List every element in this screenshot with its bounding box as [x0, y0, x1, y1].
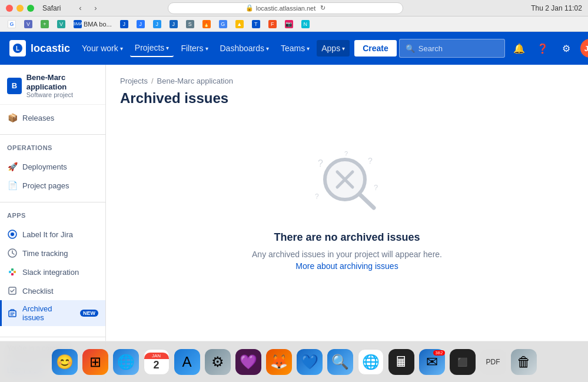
- help-btn[interactable]: ❓: [533, 39, 552, 58]
- dock-firefox[interactable]: 🦊: [266, 349, 292, 375]
- nav-dashboards[interactable]: Dashboards ▾: [215, 40, 274, 57]
- nav-projects[interactable]: Projects ▾: [130, 39, 174, 57]
- dock-appstore[interactable]: A: [174, 349, 200, 375]
- sidebar-main-section: 📦 Releases: [0, 105, 105, 131]
- slack-icon: [7, 267, 18, 277]
- mac-maximize-btn[interactable]: [27, 5, 34, 12]
- mac-forward-btn[interactable]: ›: [89, 2, 102, 15]
- slack-label: Slack integration: [22, 268, 79, 277]
- dock-zoom[interactable]: 🔍: [327, 349, 353, 375]
- dock-safari[interactable]: 🌐: [113, 349, 139, 375]
- apps-chevron: ▾: [342, 45, 345, 52]
- search-bar[interactable]: 🔍 Search: [399, 39, 505, 58]
- dock-launchpad[interactable]: ⊞: [82, 349, 108, 375]
- bookmark-figma[interactable]: F: [265, 19, 280, 29]
- dock: 😊 ⊞ 🌐 JAN 2 A ⚙ 💜 🦊 💙 🔍 🌐 🖩 ✉ 382 ⬛: [0, 341, 588, 382]
- nav-teams[interactable]: Teams ▾: [276, 40, 314, 57]
- dock-pdf[interactable]: PDF: [480, 349, 506, 375]
- logo-text: locastic: [31, 42, 70, 55]
- bookmark-google[interactable]: G: [5, 19, 19, 29]
- mac-close-btn[interactable]: [6, 5, 13, 12]
- bookmark-v1[interactable]: V: [21, 19, 35, 29]
- svg-text:?: ?: [315, 192, 319, 201]
- sidebar-item-checklist[interactable]: Checklist: [0, 281, 105, 300]
- bookmark-jira1[interactable]: J: [117, 19, 131, 29]
- dock-calendar[interactable]: JAN 2: [144, 349, 170, 375]
- checklist-label: Checklist: [22, 287, 54, 295]
- app-logo[interactable]: L locastic: [9, 40, 70, 57]
- create-button[interactable]: Create: [354, 40, 397, 57]
- bookmark-fire[interactable]: 🔥: [200, 19, 214, 29]
- svg-rect-7: [9, 271, 11, 273]
- time-tracking-label: Time tracking: [22, 249, 68, 258]
- sidebar-item-archived-issues[interactable]: Archived issues NEW: [0, 300, 105, 326]
- dock-chrome[interactable]: 🌐: [358, 349, 384, 375]
- archived-issues-label: Archived issues: [22, 304, 73, 322]
- sidebar-item-deployments[interactable]: 🚀 Deployments: [0, 157, 105, 176]
- project-info: Bene-Marc application Software project: [26, 73, 98, 98]
- your-work-chevron: ▾: [120, 45, 123, 52]
- bookmark-trello[interactable]: T: [249, 19, 263, 29]
- sidebar-item-releases[interactable]: 📦 Releases: [0, 108, 105, 127]
- sidebar-apps-section: Label It for Jira Time tracking Slack in…: [0, 221, 105, 330]
- dock-calculator[interactable]: 🖩: [388, 349, 414, 375]
- apps-section-title: Apps: [0, 206, 105, 221]
- bookmark-jira3[interactable]: J: [150, 19, 164, 29]
- sidebar-item-project-pages[interactable]: 📄 Project pages: [0, 176, 105, 195]
- archiving-help-link[interactable]: More about archiving issues: [295, 261, 398, 271]
- dock-finder[interactable]: 😊: [52, 349, 78, 375]
- dock-mail[interactable]: ✉ 382: [419, 349, 445, 375]
- svg-point-3: [11, 232, 14, 236]
- bookmark-gdrive[interactable]: ▲: [232, 19, 247, 29]
- bookmark-square[interactable]: S: [183, 19, 197, 29]
- bookmark-plus[interactable]: +: [38, 19, 52, 29]
- nav-search-area: 🔍 Search 🔔 ❓ ⚙ JM: [399, 39, 588, 58]
- sidebar-item-time-tracking[interactable]: Time tracking: [0, 244, 105, 263]
- bookmark-v2[interactable]: V: [54, 19, 68, 29]
- dock-settings[interactable]: ⚙: [205, 349, 231, 375]
- url-bar[interactable]: 🔒 locastic.atlassian.net ↻: [168, 2, 403, 14]
- dashboards-chevron: ▾: [266, 45, 269, 52]
- breadcrumb-projects[interactable]: Projects: [120, 77, 148, 85]
- nav-your-work[interactable]: Your work ▾: [77, 40, 128, 57]
- launchpad-icon: ⊞: [82, 349, 108, 375]
- bookmark-instagram[interactable]: 📷: [282, 19, 296, 29]
- svg-line-6: [12, 253, 14, 254]
- calculator-icon: 🖩: [388, 349, 414, 375]
- dock-vscode[interactable]: 💙: [297, 349, 323, 375]
- notifications-btn[interactable]: 🔔: [510, 39, 529, 58]
- label-it-icon: [7, 229, 18, 240]
- project-pages-icon: 📄: [7, 180, 18, 191]
- mac-minimize-btn[interactable]: [16, 5, 24, 12]
- svg-rect-12: [9, 311, 16, 317]
- dock-terminal[interactable]: ⬛: [450, 349, 476, 375]
- nav-apps[interactable]: Apps ▾: [317, 40, 350, 57]
- bookmark-jira4[interactable]: J: [167, 19, 181, 29]
- pdf-icon: PDF: [480, 349, 506, 375]
- breadcrumb-project-name[interactable]: Bene-Marc application: [157, 77, 233, 85]
- mac-back-btn[interactable]: ‹: [74, 2, 87, 15]
- bookmark-g2[interactable]: G: [216, 19, 230, 29]
- deployments-icon: 🚀: [7, 161, 18, 172]
- empty-state-icon: ? ? ? ? ?: [312, 149, 383, 220]
- bookmark-netlify[interactable]: N: [298, 19, 313, 29]
- svg-rect-10: [11, 273, 14, 275]
- user-avatar[interactable]: JM: [580, 39, 588, 58]
- bookmark-jira2[interactable]: J: [134, 19, 148, 29]
- sidebar-item-label-it[interactable]: Label It for Jira: [0, 225, 105, 244]
- sidebar-item-slack[interactable]: Slack integration: [0, 263, 105, 281]
- svg-line-23: [360, 195, 374, 208]
- sidebar-project-header[interactable]: B Bene-Marc application Software project: [0, 65, 105, 105]
- bookmark-bma[interactable]: BMA BMA bo...: [71, 19, 115, 29]
- empty-state: ? ? ? ? ? There are no archived issues A…: [120, 125, 574, 294]
- settings-btn[interactable]: ⚙: [557, 39, 576, 58]
- dock-slack[interactable]: 💜: [235, 349, 261, 375]
- sidebar: B Bene-Marc application Software project…: [0, 65, 106, 382]
- empty-state-title: There are no archived issues: [274, 231, 420, 244]
- firefox-icon: 🦊: [266, 349, 292, 375]
- calendar-icon: JAN 2: [144, 349, 170, 375]
- nav-filters[interactable]: Filters ▾: [176, 40, 212, 57]
- time-tracking-icon: [7, 248, 18, 258]
- dock-trash[interactable]: 🗑: [511, 349, 537, 375]
- project-name: Bene-Marc application: [26, 73, 98, 91]
